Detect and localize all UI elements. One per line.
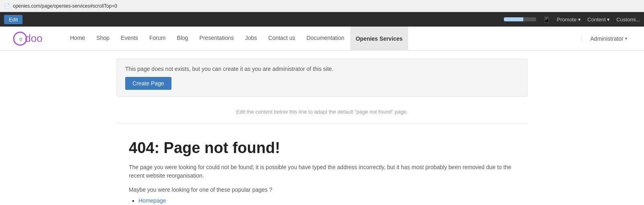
site-nav: o doo Home Shop Events Forum Blog Presen… <box>0 27 644 51</box>
homepage-link[interactable]: Homepage <box>138 197 166 204</box>
nav-documentation[interactable]: Documentation <box>301 27 350 51</box>
svg-text:doo: doo <box>25 32 42 44</box>
not-found-title: 404: Page not found! <box>129 139 515 157</box>
edit-button[interactable]: Edit <box>4 15 23 24</box>
edit-hint-text: Edit the content below this line to adap… <box>236 109 408 115</box>
nav-links: Home Shop Events Forum Blog Presentation… <box>64 27 581 51</box>
nav-shop[interactable]: Shop <box>91 27 115 51</box>
main-content: This page does not exists, but you can c… <box>0 51 644 205</box>
chevron-down-icon: ▾ <box>625 36 627 41</box>
create-page-button[interactable]: Create Page <box>125 77 171 90</box>
admin-notice-box: This page does not exists, but you can c… <box>117 59 527 97</box>
nav-home[interactable]: Home <box>64 27 91 51</box>
nav-right: Administrator ▾ <box>581 35 632 42</box>
browser-url: openies.com/page/openies-services#scroll… <box>13 3 640 9</box>
edit-hint: Edit the content below this line to adap… <box>117 105 527 123</box>
progress-bar <box>504 17 536 21</box>
svg-text:o: o <box>19 36 22 42</box>
popular-pages-list: Homepage Contact Us <box>129 197 515 205</box>
promote-menu[interactable]: Promote ▾ <box>557 17 581 23</box>
content-menu[interactable]: Content ▾ <box>587 17 610 23</box>
admin-notice-text: This page does not exists, but you can c… <box>125 66 519 72</box>
favicon-icon: 📄 <box>4 3 10 9</box>
nav-presentations[interactable]: Presentations <box>194 27 239 51</box>
not-found-section: 404: Page not found! The page you were l… <box>117 123 527 205</box>
admin-bar: Edit 📱 Promote ▾ Content ▾ Customi... <box>0 12 644 27</box>
nav-openies-services[interactable]: Openies Services <box>350 27 409 51</box>
mobile-icon[interactable]: 📱 <box>543 16 551 23</box>
popular-pages-text: Maybe you were looking for one of these … <box>129 186 515 194</box>
progress-bar-fill <box>504 17 523 21</box>
logo-svg: o doo <box>12 31 52 47</box>
nav-contact[interactable]: Contact us <box>263 27 301 51</box>
admin-bar-right: 📱 Promote ▾ Content ▾ Customi... <box>504 16 640 23</box>
nav-blog[interactable]: Blog <box>171 27 194 51</box>
customize-menu[interactable]: Customi... <box>616 17 640 23</box>
nav-events[interactable]: Events <box>115 27 144 51</box>
nav-jobs[interactable]: Jobs <box>239 27 263 51</box>
not-found-description: The page you were looking for could not … <box>129 163 515 180</box>
odoo-logo: o doo <box>12 31 52 47</box>
list-item: Homepage <box>138 197 515 204</box>
nav-administrator[interactable]: Administrator ▾ <box>586 35 632 42</box>
browser-bar: 📄 openies.com/page/openies-services#scro… <box>0 0 644 12</box>
nav-forum[interactable]: Forum <box>144 27 171 51</box>
